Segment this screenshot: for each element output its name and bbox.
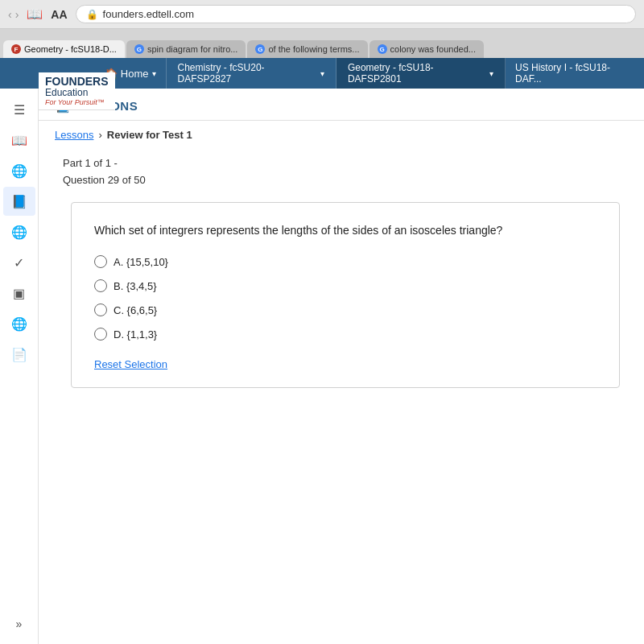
part-label: Part 1 of 1 - xyxy=(63,157,620,169)
founders-sub: Education xyxy=(45,87,109,98)
tab-favicon-following: G xyxy=(255,44,265,54)
question-box: Which set of integrers represents the le… xyxy=(71,202,620,388)
home-label: Home xyxy=(121,68,149,80)
choice-label-c: C. {6,6,5} xyxy=(114,304,157,316)
browser-top-bar: ‹ › 📖 AA 🔒 founders.edtell.com xyxy=(0,0,644,29)
breadcrumb: Lessons › Review for Test 1 xyxy=(39,121,644,149)
sidebar-icon-lessons[interactable]: 📘 xyxy=(3,187,35,216)
answer-choice-b[interactable]: B. {3,4,5} xyxy=(94,279,597,292)
founders-logo: FOUNDERS Education For Your Pursuit™ xyxy=(39,72,115,110)
browser-tabs: F Geometry - fcSU18-D... G spin diagram … xyxy=(0,29,644,58)
sidebar-icon-check[interactable]: ✓ xyxy=(3,248,35,277)
nav-arrows: ‹ › xyxy=(8,8,19,21)
sidebar-icon-list[interactable]: ☰ xyxy=(3,95,35,124)
question-text: Which set of integrers represents the le… xyxy=(94,222,597,239)
radio-b[interactable] xyxy=(94,279,107,292)
url-bar[interactable]: 🔒 founders.edtell.com xyxy=(76,5,636,23)
lessons-header: 📘 LESSONS xyxy=(39,89,644,121)
chemistry-label: Chemistry - fcSU20-DAFSP2827 xyxy=(178,62,316,85)
choice-label-a: A. {15,5,10} xyxy=(114,256,168,268)
sidebar-icon-book[interactable]: 📖 xyxy=(3,126,35,155)
tab-geometry-label: Geometry - fcSU18-D... xyxy=(24,44,117,54)
class-tab-geometry[interactable]: Geometry - fcSU18-DAFSP2801 ▾ xyxy=(336,58,506,89)
sidebar: ☰ 📖 🌐 📘 🌐 ✓ ▣ 🌐 📄 » xyxy=(0,89,39,644)
url-text: founders.edtell.com xyxy=(103,8,194,20)
sidebar-icon-doc[interactable]: 📄 xyxy=(3,340,35,369)
radio-a[interactable] xyxy=(94,255,107,268)
class-tab-chemistry[interactable]: Chemistry - fcSU20-DAFSP2827 ▾ xyxy=(167,58,336,89)
breadcrumb-separator: › xyxy=(98,129,101,141)
tab-favicon-spin: G xyxy=(134,44,144,54)
founders-tagline: For Your Pursuit™ xyxy=(45,98,109,106)
nav-forward-button[interactable]: › xyxy=(15,8,19,21)
aa-button[interactable]: AA xyxy=(51,8,67,21)
home-dropdown-arrow: ▾ xyxy=(152,69,156,78)
class-tab-history[interactable]: US History I - fcSU18-DAF... xyxy=(506,58,644,89)
tab-favicon-colony: G xyxy=(378,44,387,54)
answer-choice-d[interactable]: D. {1,1,3} xyxy=(94,328,597,341)
answer-choice-a[interactable]: A. {15,5,10} xyxy=(94,255,597,268)
tab-following[interactable]: G of the following terms... xyxy=(247,40,367,58)
tab-favicon-geometry: F xyxy=(11,44,21,54)
choice-label-d: D. {1,1,3} xyxy=(114,328,157,341)
founders-main: FOUNDERS xyxy=(45,76,109,87)
reset-selection-button[interactable]: Reset Selection xyxy=(94,358,167,370)
radio-d[interactable] xyxy=(94,328,107,341)
question-container: Part 1 of 1 - Question 29 of 50 Which se… xyxy=(39,149,644,404)
browser-window: ‹ › 📖 AA 🔒 founders.edtell.com F Geometr… xyxy=(0,0,644,644)
geometry-dropdown-arrow: ▾ xyxy=(489,69,493,78)
lock-icon: 🔒 xyxy=(86,9,98,20)
tab-geometry[interactable]: F Geometry - fcSU18-D... xyxy=(3,40,125,58)
question-counter: Question 29 of 50 xyxy=(63,174,620,186)
radio-c[interactable] xyxy=(94,303,107,316)
tab-spin-label: spin diagram for nitro... xyxy=(147,44,238,54)
sidebar-icon-globe3[interactable]: 🌐 xyxy=(3,309,35,338)
tab-colony-label: colony was founded... xyxy=(390,44,476,54)
chemistry-dropdown-arrow: ▾ xyxy=(320,69,324,78)
breadcrumb-current: Review for Test 1 xyxy=(107,129,192,141)
main-area: ☰ 📖 🌐 📘 🌐 ✓ ▣ 🌐 📄 » 📘 LESSONS Lessons xyxy=(0,89,644,644)
breadcrumb-lessons-link[interactable]: Lessons xyxy=(55,129,93,141)
nav-back-button[interactable]: ‹ xyxy=(8,8,12,21)
reader-icon: 📖 xyxy=(27,6,43,22)
tab-spin[interactable]: G spin diagram for nitro... xyxy=(126,40,246,58)
sidebar-bottom: » xyxy=(3,612,35,636)
geometry-label: Geometry - fcSU18-DAFSP2801 xyxy=(348,62,485,85)
history-label: US History I - fcSU18-DAF... xyxy=(515,62,634,85)
content-area: 📘 LESSONS Lessons › Review for Test 1 Pa… xyxy=(39,89,644,644)
tab-following-label: of the following terms... xyxy=(268,44,359,54)
choice-label-b: B. {3,4,5} xyxy=(114,280,157,292)
sidebar-icon-inbox[interactable]: ▣ xyxy=(3,279,35,308)
sidebar-icon-globe[interactable]: 🌐 xyxy=(3,156,35,185)
sidebar-icon-globe2[interactable]: 🌐 xyxy=(3,217,35,246)
tab-colony[interactable]: G colony was founded... xyxy=(369,40,484,58)
sidebar-expand-button[interactable]: » xyxy=(3,612,35,636)
answer-choice-c[interactable]: C. {6,6,5} xyxy=(94,303,597,316)
